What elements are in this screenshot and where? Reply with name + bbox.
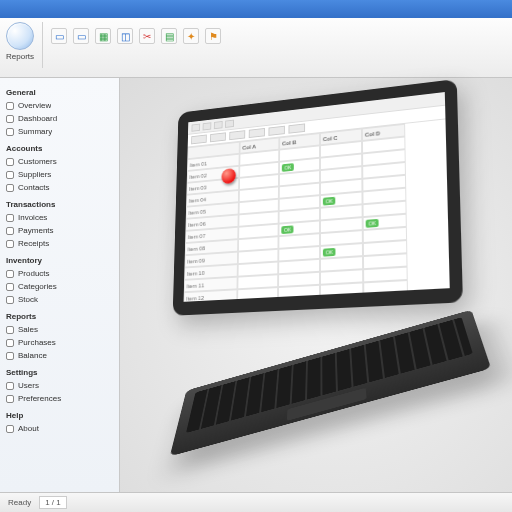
main-canvas: Col ACol BCol CCol DItem 01Item 02OKItem… <box>120 78 512 492</box>
sidebar-header: Settings <box>6 366 113 379</box>
sidebar-item[interactable]: Categories <box>6 280 113 293</box>
sidebar-item[interactable]: About <box>6 422 113 435</box>
sidebar-item-label: Customers <box>18 157 57 166</box>
sidebar-item-label: Overview <box>18 101 51 110</box>
sidebar-item-label: Suppliers <box>18 170 51 179</box>
sidebar-item-label: Balance <box>18 351 47 360</box>
table-cell <box>320 282 363 297</box>
bullet-icon <box>6 158 14 166</box>
sidebar-item-label: About <box>18 424 39 433</box>
status-tag: OK <box>282 163 294 172</box>
sidebar-item[interactable]: Customers <box>6 155 113 168</box>
bullet-icon <box>6 382 14 390</box>
bullet-icon <box>6 296 14 304</box>
sidebar-header: Inventory <box>6 254 113 267</box>
bullet-icon <box>6 214 14 222</box>
sidebar-item[interactable]: Overview <box>6 99 113 112</box>
table-cell <box>237 287 278 302</box>
spreadsheet-table: Col ACol BCol CCol DItem 01Item 02OKItem… <box>183 119 449 304</box>
sidebar-item-label: Users <box>18 381 39 390</box>
sidebar-item[interactable]: Users <box>6 379 113 392</box>
table-cell <box>363 280 408 296</box>
cut-icon[interactable]: ✂ <box>139 28 155 44</box>
bullet-icon <box>6 283 14 291</box>
laptop-base <box>170 310 491 457</box>
window-titlebar <box>0 0 512 18</box>
table-row-label: Item 12 <box>183 289 237 304</box>
status-text: Ready <box>8 498 31 507</box>
laptop-screen: Col ACol BCol CCol DItem 01Item 02OKItem… <box>173 79 463 316</box>
sidebar-item[interactable]: Contacts <box>6 181 113 194</box>
status-tag: OK <box>366 218 379 227</box>
sidebar-item-label: Stock <box>18 295 38 304</box>
sidebar-item-label: Products <box>18 269 50 278</box>
ribbon-main-label: Reports <box>6 52 34 61</box>
status-tag: OK <box>281 225 293 234</box>
bullet-icon <box>6 184 14 192</box>
sidebar-item-label: Dashboard <box>18 114 57 123</box>
table-icon[interactable]: ▤ <box>161 28 177 44</box>
ribbon-toolbar: Reports ▭ ▭ ▦ ◫ ✂ ▤ ✦ ⚑ <box>0 18 512 78</box>
app-button[interactable] <box>6 22 34 50</box>
bullet-icon <box>6 115 14 123</box>
status-bar: Ready 1 / 1 <box>0 492 512 512</box>
navigation-sidebar: GeneralOverviewDashboardSummaryAccountsC… <box>0 78 120 492</box>
sidebar-item-label: Receipts <box>18 239 49 248</box>
status-page: 1 / 1 <box>39 496 67 509</box>
bullet-icon <box>6 240 14 248</box>
status-tag: OK <box>323 247 336 256</box>
tool-icon[interactable]: ✦ <box>183 28 199 44</box>
sidebar-item-label: Payments <box>18 226 54 235</box>
sidebar-item[interactable]: Payments <box>6 224 113 237</box>
table-cell <box>278 285 320 300</box>
laptop-illustration: Col ACol BCol CCol DItem 01Item 02OKItem… <box>160 90 480 470</box>
sheet-icon[interactable]: ▦ <box>95 28 111 44</box>
bullet-icon <box>6 326 14 334</box>
sidebar-header: Transactions <box>6 198 113 211</box>
bullet-icon <box>6 171 14 179</box>
bullet-icon <box>6 128 14 136</box>
sidebar-header: General <box>6 86 113 99</box>
chart-icon[interactable]: ◫ <box>117 28 133 44</box>
sidebar-item[interactable]: Summary <box>6 125 113 138</box>
sidebar-item-label: Invoices <box>18 213 47 222</box>
sidebar-item-label: Categories <box>18 282 57 291</box>
bullet-icon <box>6 270 14 278</box>
sidebar-item-label: Purchases <box>18 338 56 347</box>
sidebar-item[interactable]: Dashboard <box>6 112 113 125</box>
sidebar-item[interactable]: Products <box>6 267 113 280</box>
bullet-icon <box>6 102 14 110</box>
sidebar-item[interactable]: Stock <box>6 293 113 306</box>
sidebar-item[interactable]: Receipts <box>6 237 113 250</box>
laptop-keyboard <box>186 317 473 433</box>
sidebar-item-label: Sales <box>18 325 38 334</box>
sidebar-item[interactable]: Balance <box>6 349 113 362</box>
sidebar-item-label: Preferences <box>18 394 61 403</box>
doc-icon[interactable]: ▭ <box>51 28 67 44</box>
doc-icon[interactable]: ▭ <box>73 28 89 44</box>
sidebar-header: Help <box>6 409 113 422</box>
status-tag: OK <box>323 196 336 205</box>
flag-icon[interactable]: ⚑ <box>205 28 221 44</box>
bullet-icon <box>6 425 14 433</box>
sidebar-item[interactable]: Preferences <box>6 392 113 405</box>
sidebar-item-label: Summary <box>18 127 52 136</box>
ribbon-icon-row: ▭ ▭ ▦ ◫ ✂ ▤ ✦ ⚑ <box>51 22 221 44</box>
bullet-icon <box>6 395 14 403</box>
sidebar-item[interactable]: Purchases <box>6 336 113 349</box>
sidebar-item-label: Contacts <box>18 183 50 192</box>
sidebar-item[interactable]: Suppliers <box>6 168 113 181</box>
bullet-icon <box>6 352 14 360</box>
sidebar-header: Accounts <box>6 142 113 155</box>
ribbon-separator <box>42 22 43 68</box>
sidebar-item[interactable]: Invoices <box>6 211 113 224</box>
sidebar-header: Reports <box>6 310 113 323</box>
sidebar-item[interactable]: Sales <box>6 323 113 336</box>
bullet-icon <box>6 339 14 347</box>
bullet-icon <box>6 227 14 235</box>
